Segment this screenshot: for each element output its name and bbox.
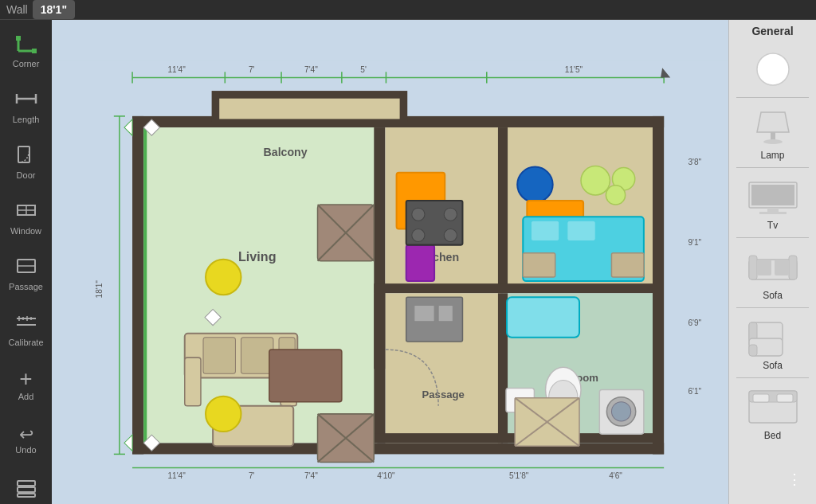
svg-rect-82 bbox=[241, 338, 273, 373]
svg-rect-58 bbox=[213, 92, 219, 120]
tool-undo[interactable]: ↩ Undo bbox=[2, 413, 50, 467]
undo-label: Undo bbox=[15, 445, 36, 455]
corner-icon bbox=[15, 32, 37, 57]
furniture-sofa1[interactable]: Sofa bbox=[733, 241, 813, 304]
svg-text:7': 7' bbox=[249, 65, 255, 74]
tool-calibrate[interactable]: Calibrate bbox=[2, 302, 50, 356]
svg-rect-148 bbox=[753, 394, 769, 402]
length-label: Length bbox=[13, 115, 40, 124]
svg-rect-141 bbox=[775, 260, 789, 275]
bed-thumb bbox=[741, 385, 805, 428]
svg-rect-53 bbox=[653, 116, 664, 455]
window-icon bbox=[15, 199, 37, 225]
svg-rect-136 bbox=[759, 212, 787, 214]
svg-rect-140 bbox=[757, 260, 771, 275]
levels-icon bbox=[15, 478, 37, 503]
svg-point-132 bbox=[763, 139, 783, 144]
length-icon bbox=[15, 88, 37, 113]
svg-point-129 bbox=[757, 53, 789, 85]
svg-rect-134 bbox=[751, 185, 794, 205]
calibrate-icon bbox=[15, 311, 37, 336]
svg-rect-55 bbox=[132, 443, 664, 454]
tv-thumb bbox=[741, 174, 805, 218]
tool-passage[interactable]: Passage bbox=[2, 246, 50, 300]
svg-text:6'1": 6'1" bbox=[688, 387, 701, 396]
svg-point-106 bbox=[581, 166, 610, 195]
svg-rect-65 bbox=[374, 283, 653, 293]
furniture-lamp[interactable]: Lamp bbox=[733, 101, 813, 164]
right-panel: General Lamp bbox=[728, 20, 816, 504]
add-icon: + bbox=[19, 368, 32, 390]
canvas-area[interactable]: 11'4" 7' 7'4" 5' 11'5" 18'1" 11'4" 7' 7'… bbox=[52, 20, 728, 504]
svg-rect-3 bbox=[32, 49, 37, 53]
divider-3 bbox=[736, 237, 809, 238]
svg-rect-102 bbox=[414, 305, 434, 321]
svg-point-97 bbox=[412, 208, 425, 221]
svg-rect-112 bbox=[523, 253, 555, 277]
svg-text:3'8": 3'8" bbox=[688, 158, 701, 166]
svg-point-92 bbox=[206, 260, 241, 295]
add-label: Add bbox=[18, 392, 34, 401]
left-toolbar: Corner Length Door bbox=[0, 20, 52, 504]
furniture-general[interactable] bbox=[733, 44, 813, 94]
svg-text:5'1'8": 5'1'8" bbox=[509, 471, 529, 480]
door-icon bbox=[15, 143, 37, 169]
svg-rect-52 bbox=[132, 116, 143, 455]
svg-text:7': 7' bbox=[249, 471, 255, 480]
sofa2-label: Sofa bbox=[763, 360, 783, 371]
svg-rect-64 bbox=[498, 127, 508, 288]
svg-text:4'10": 4'10" bbox=[377, 471, 395, 480]
window-label: Window bbox=[10, 226, 41, 236]
svg-rect-110 bbox=[531, 221, 559, 240]
tool-door[interactable]: Door bbox=[2, 135, 50, 189]
tv-label: Tv bbox=[767, 220, 778, 231]
divider-2 bbox=[736, 167, 809, 168]
sofa1-label: Sofa bbox=[763, 290, 783, 301]
bed-label: Bed bbox=[764, 430, 781, 441]
svg-rect-19 bbox=[18, 481, 35, 486]
furniture-tv[interactable]: Tv bbox=[733, 171, 813, 234]
sofa1-thumb bbox=[741, 244, 805, 288]
svg-text:18'1": 18'1" bbox=[95, 280, 104, 299]
tool-window[interactable]: Window bbox=[2, 190, 50, 244]
svg-rect-79 bbox=[185, 357, 201, 406]
svg-rect-68 bbox=[374, 293, 385, 443]
furniture-bed[interactable]: Bed bbox=[733, 381, 813, 444]
wall-value: 18'1" bbox=[33, 0, 75, 19]
tool-levels[interactable]: Levels bbox=[2, 469, 50, 504]
lamp-thumb bbox=[741, 104, 805, 148]
svg-text:9'1": 9'1" bbox=[688, 238, 701, 247]
top-bar: Wall 18'1" bbox=[0, 0, 816, 20]
divider-1 bbox=[736, 97, 809, 98]
svg-rect-85 bbox=[269, 350, 342, 402]
tool-corner[interactable]: Corner bbox=[2, 23, 50, 77]
svg-point-108 bbox=[606, 186, 625, 205]
svg-rect-113 bbox=[611, 253, 643, 277]
nav-more-button[interactable]: ⋮ bbox=[781, 464, 808, 494]
furniture-sofa2[interactable]: Sofa bbox=[733, 311, 813, 374]
lamp-label: Lamp bbox=[760, 150, 784, 161]
svg-rect-20 bbox=[18, 487, 35, 492]
svg-rect-71 bbox=[143, 127, 147, 443]
passage-icon bbox=[15, 255, 37, 280]
svg-text:7'4": 7'4" bbox=[304, 471, 318, 480]
svg-text:6'9": 6'9" bbox=[688, 318, 701, 327]
tool-add[interactable]: + Add bbox=[2, 357, 50, 412]
general-thumb bbox=[741, 47, 805, 91]
svg-rect-111 bbox=[567, 221, 595, 240]
svg-rect-81 bbox=[203, 338, 235, 373]
svg-rect-2 bbox=[16, 36, 21, 41]
svg-text:11'5": 11'5" bbox=[565, 65, 583, 74]
undo-icon: ↩ bbox=[19, 426, 33, 443]
svg-point-120 bbox=[611, 402, 630, 421]
sofa2-thumb bbox=[741, 315, 805, 358]
svg-point-99 bbox=[412, 229, 425, 241]
tool-length[interactable]: Length bbox=[2, 79, 50, 133]
svg-text:Living: Living bbox=[238, 249, 277, 264]
svg-rect-135 bbox=[767, 208, 779, 212]
svg-rect-103 bbox=[438, 305, 453, 321]
main-area: Corner Length Door bbox=[0, 20, 816, 504]
svg-rect-139 bbox=[789, 256, 797, 279]
svg-rect-145 bbox=[749, 345, 757, 356]
divider-4 bbox=[736, 307, 809, 308]
